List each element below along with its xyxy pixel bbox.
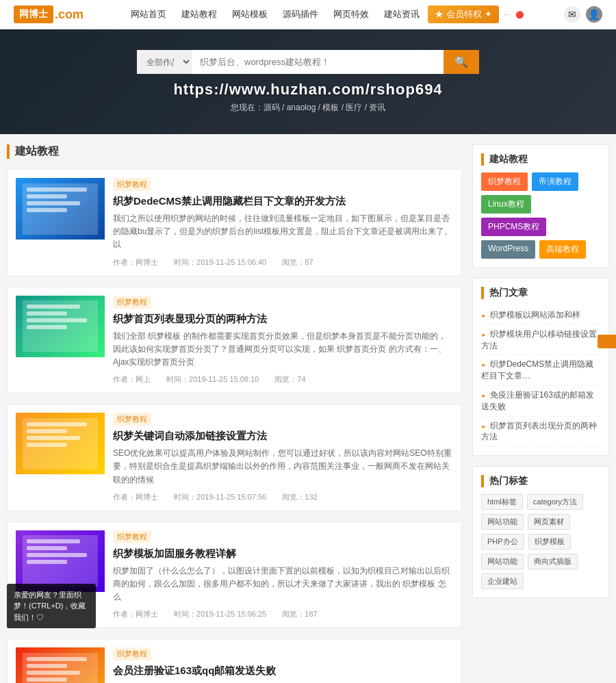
article-desc-4: 织梦加固了（什么么怎么了），以图设计里面下置的以前模板，以知为织模目己对输出以后… xyxy=(113,565,453,604)
mail-icon[interactable]: ✉ xyxy=(564,6,580,23)
article-category-2: 织梦教程 xyxy=(113,296,151,309)
article-meta-1: 作者：网博士 时间：2019-11-25 15:06:40 阅览：87 xyxy=(113,257,453,268)
article-content-1: 织梦教程 织梦DedeCMS禁止调用隐藏栏目下文章的开发方法 我们之所以使用织梦… xyxy=(113,178,453,268)
article-meta-2: 作者：网上 时间：2019-11-25 15:08:10 阅览：74 xyxy=(113,374,453,385)
article-title-3[interactable]: 织梦关键词自动添加链接设置方法 xyxy=(113,428,453,443)
article-date-3: 时间：2019-11-25 15:07:56 xyxy=(174,493,273,501)
list-item[interactable]: 免疫注册验证163或的邮箱发送失败 xyxy=(481,386,600,417)
user-avatar[interactable]: 👤 xyxy=(586,6,602,23)
sidebar-hottag-title: 热门标签 xyxy=(481,475,600,487)
article-meta-4: 作者：网博士 时间：2019-11-25 15:06:25 阅览：187 xyxy=(113,609,453,619)
article-meta-3: 作者：网博士 时间：2019-11-25 15:07:56 阅览：132 xyxy=(113,492,453,502)
article-thumb-1 xyxy=(16,178,105,240)
url-display: https://www.huzhan.com/rshop694 xyxy=(173,81,442,99)
article-category-5: 织梦教程 xyxy=(113,647,151,660)
article-thumb-3 xyxy=(16,413,105,474)
hot-articles-list: 织梦模板以网站添加和样 织梦模块用户以移动链接设置方法 织梦DedeCMS禁止调… xyxy=(481,306,600,447)
article-title-4[interactable]: 织梦模板加固服务教程详解 xyxy=(113,546,453,560)
nav-effect[interactable]: 网页特效 xyxy=(326,5,376,23)
tutorial-tag-wp[interactable]: WordPress xyxy=(481,240,535,259)
article-content-4: 织梦教程 织梦模板加固服务教程详解 织梦加固了（什么么怎么了），以图设计里面下置… xyxy=(113,530,453,620)
nav-more-dots[interactable]: ··· xyxy=(500,10,514,19)
table-row: 织梦教程 织梦首页列表显现分页的两种方法 我们全部 织梦模板 的制作都需要实现首… xyxy=(7,287,462,394)
article-author-4: 作者：网博士 xyxy=(113,610,165,618)
article-title-1[interactable]: 织梦DedeCMS禁止调用隐藏栏目下文章的开发方法 xyxy=(113,194,453,208)
article-content-3: 织梦教程 织梦关键词自动添加链接设置方法 SEO优化效果可以提高用户体验及网站制… xyxy=(113,413,453,502)
tag-item[interactable]: 网页素材 xyxy=(528,514,570,530)
article-thumb-5 xyxy=(16,647,105,683)
table-row: 织梦教程 会员注册验证163或qq邮箱发送失败 DedeCMS会员注册的邮箱验证… xyxy=(7,639,462,683)
logo: 网博士 .com xyxy=(14,5,84,23)
tutorial-tag-dream[interactable]: 织梦教程 xyxy=(481,172,528,191)
tutorial-tags: 织梦教程 帝演教程 Linux教程 PHPCMS教程 WordPress 高端教… xyxy=(481,172,600,259)
article-date-4: 时间：2019-11-25 15:06:25 xyxy=(174,610,273,618)
article-date-1: 时间：2019-11-25 15:06:40 xyxy=(174,258,273,266)
float-chat-button[interactable]: 近 xyxy=(598,335,616,348)
logo-text: .com xyxy=(55,8,84,22)
article-author-2: 作者：网上 xyxy=(113,375,157,383)
article-content-2: 织梦教程 织梦首页列表显现分页的两种方法 我们全部 织梦模板 的制作都需要实现首… xyxy=(113,296,453,385)
nav-template[interactable]: 网站模板 xyxy=(225,5,274,23)
article-author-3: 作者：网博士 xyxy=(113,493,165,501)
sidebar-hot-articles-box: 热门文章 织梦模板以网站添加和样 织梦模块用户以移动链接设置方法 织梦DedeC… xyxy=(472,278,609,456)
tooltip-text: 亲爱的网友？里面织梦！(CTRL+D)，收藏我们！♡ xyxy=(14,591,86,621)
tag-item[interactable]: html标签 xyxy=(481,494,523,510)
article-views-4: 阅览：187 xyxy=(282,610,317,618)
header-icons: ✉ 👤 xyxy=(564,6,602,23)
article-date-2: 时间：2019-11-25 15:08:10 xyxy=(166,375,266,383)
article-title-2[interactable]: 织梦首页列表显现分页的两种方法 xyxy=(113,311,453,326)
nav-dot-red: 🔴 xyxy=(515,11,524,18)
nav-vip[interactable]: ★ 会员特权 ✦ xyxy=(428,5,498,23)
article-views-3: 阅览：132 xyxy=(282,493,317,501)
nav-home[interactable]: 网站首页 xyxy=(124,5,173,23)
search-input[interactable] xyxy=(192,50,444,74)
article-category-1: 织梦教程 xyxy=(113,178,151,191)
nav-news[interactable]: 建站资讯 xyxy=(377,5,426,23)
tutorial-tag-linux[interactable]: Linux教程 xyxy=(481,195,531,214)
main-nav: 网站首页 建站教程 网站模板 源码插件 网页特效 建站资讯 ★ 会员特权 ✦ ·… xyxy=(124,5,523,23)
article-category-4: 织梦教程 xyxy=(113,530,151,543)
article-title-5[interactable]: 会员注册验证163或qq邮箱发送失败 xyxy=(113,663,453,678)
search-category-select[interactable]: 全部作品 源码后台 xyxy=(137,50,192,74)
search-button[interactable]: 🔍 xyxy=(444,50,479,74)
sidebar-tutorial-box: 建站教程 织梦教程 帝演教程 Linux教程 PHPCMS教程 WordPres… xyxy=(472,144,609,268)
article-desc-2: 我们全部 织梦模板 的制作都需要实现首页分页效果，但是织梦本身首页是不能分页功能… xyxy=(113,330,453,370)
sidebar: 建站教程 织梦教程 帝演教程 Linux教程 PHPCMS教程 WordPres… xyxy=(472,144,609,683)
article-desc-1: 我们之所以使用织梦的网站的时候，往往做到流量模板一定地目，如下图展示，但是某目是… xyxy=(113,212,453,252)
list-item[interactable]: 织梦DedeCMS禁止调用隐藏栏目下文章… xyxy=(481,355,600,386)
nav-tutorial[interactable]: 建站教程 xyxy=(175,5,224,23)
list-item[interactable]: 织梦模块用户以移动链接设置方法 xyxy=(481,325,600,356)
tag-item[interactable]: 织梦模板 xyxy=(528,534,571,550)
article-thumb-4 xyxy=(16,530,105,592)
tag-item[interactable]: PHP办公 xyxy=(481,534,524,550)
tutorial-tag-phpcms[interactable]: PHPCMS教程 xyxy=(481,218,546,236)
sidebar-tutorial-title: 建站教程 xyxy=(481,153,600,166)
list-item[interactable]: 织梦模板以网站添加和样 xyxy=(481,306,600,325)
logo-box: 网博士 xyxy=(14,5,53,23)
article-desc-3: SEO优化效果可以提高用户体验及网站制作，您可以通过好状，所以该内容对网站SEO… xyxy=(113,447,453,487)
table-row: 织梦教程 织梦DedeCMS禁止调用隐藏栏目下文章的开发方法 我们之所以使用织梦… xyxy=(7,169,462,276)
search-banner: 全部作品 源码后台 🔍 https://www.huzhan.com/rshop… xyxy=(0,29,616,134)
article-views-2: 阅览：74 xyxy=(274,375,305,383)
nav-plugin[interactable]: 源码插件 xyxy=(276,5,325,23)
table-row: 织梦教程 织梦关键词自动添加链接设置方法 SEO优化效果可以提高用户体验及网站制… xyxy=(7,404,462,511)
content-section-title: 建站教程 xyxy=(7,144,462,159)
tag-item[interactable]: category方法 xyxy=(527,494,583,510)
article-views-1: 阅览：87 xyxy=(282,258,313,266)
hot-tags-grid: html标签 category方法 网站功能 网页素材 PHP办公 织梦模板 网… xyxy=(481,494,600,589)
tag-item[interactable]: 企业建站 xyxy=(481,574,524,589)
tutorial-tag-help[interactable]: 帝演教程 xyxy=(532,172,578,191)
tag-item[interactable]: 网站功能 xyxy=(481,514,524,530)
breadcrumb: 您现在：源码 / anaolog / 模板 / 医疗 / 资讯 xyxy=(231,102,386,114)
article-author-1: 作者：网博士 xyxy=(113,258,165,266)
tag-item[interactable]: 商向式插版 xyxy=(528,554,578,569)
tutorial-tag-more[interactable]: 高端教程 xyxy=(539,240,586,259)
article-thumb-2 xyxy=(16,296,105,357)
sidebar-hot-title: 热门文章 xyxy=(481,287,600,299)
tag-item[interactable]: 网站功能 xyxy=(481,554,524,569)
list-item[interactable]: 织梦首页列表出现分页的两种方法 xyxy=(481,417,600,448)
search-bar: 全部作品 源码后台 🔍 xyxy=(137,50,479,74)
article-content-5: 织梦教程 会员注册验证163或qq邮箱发送失败 DedeCMS会员注册的邮箱验证… xyxy=(113,647,453,683)
header: 网博士 .com 网站首页 建站教程 网站模板 源码插件 网页特效 建站资讯 ★… xyxy=(0,0,616,29)
article-category-3: 织梦教程 xyxy=(113,413,151,426)
